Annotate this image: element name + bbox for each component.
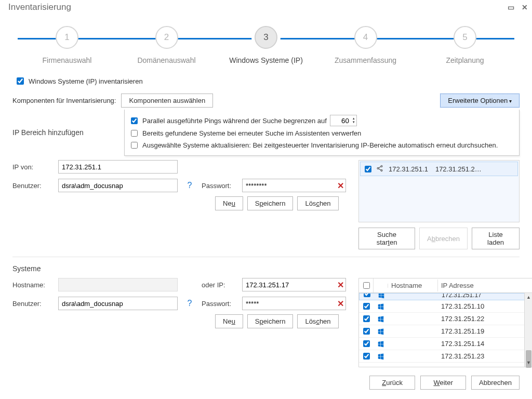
windows-icon bbox=[377, 303, 384, 310]
window-title: Inventarisierung bbox=[8, 2, 71, 12]
sys-pwd-label: Passwort: bbox=[202, 300, 238, 308]
col-hostname[interactable]: Hostname bbox=[388, 280, 438, 291]
systems-table-header: Hostname IP Adresse bbox=[359, 278, 532, 293]
table-row[interactable]: 172.31.251.22 bbox=[359, 313, 532, 325]
table-row[interactable]: 172.31.251.10 bbox=[359, 300, 532, 313]
ip-new-button[interactable]: Neu bbox=[215, 196, 243, 210]
scroll-down-icon[interactable]: ▼ bbox=[525, 358, 532, 367]
sys-delete-button[interactable]: Löschen bbox=[297, 314, 338, 328]
opt-discard-found-checkbox[interactable] bbox=[131, 130, 138, 137]
opt-refresh-selected-checkbox[interactable] bbox=[131, 142, 138, 149]
hostname-input bbox=[58, 278, 178, 291]
table-row[interactable]: 172.31.251.23 bbox=[359, 350, 532, 363]
search-cancel-button: Abbrechen bbox=[419, 228, 468, 249]
row-ip: 172.31.251.14 bbox=[438, 339, 532, 349]
cancel-button[interactable]: Abbrechen bbox=[471, 376, 520, 390]
ip-range-row[interactable]: 172.31.251.1 172.31.251.2… bbox=[360, 162, 518, 176]
windows-icon bbox=[377, 353, 384, 360]
row-ip: 172.31.251.17 bbox=[438, 293, 532, 300]
step-2[interactable]: 2 Domänenauswahl bbox=[117, 26, 216, 64]
row-ip: 172.31.251.10 bbox=[438, 301, 532, 311]
svg-point-2 bbox=[381, 169, 382, 171]
advanced-options-panel: Parallel ausgeführte Pings während der S… bbox=[124, 110, 520, 156]
close-icon[interactable]: ✕ bbox=[522, 3, 528, 11]
inventory-windows-checkbox[interactable] bbox=[17, 77, 24, 85]
search-start-button[interactable]: Suche starten bbox=[358, 228, 415, 249]
maximize-icon[interactable]: ▭ bbox=[508, 3, 514, 11]
svg-point-1 bbox=[377, 167, 379, 169]
svg-point-0 bbox=[381, 165, 382, 167]
row-checkbox[interactable] bbox=[363, 315, 370, 322]
ip-pwd-input[interactable] bbox=[242, 179, 346, 192]
scroll-up-icon[interactable]: ▲ bbox=[525, 293, 532, 301]
divider bbox=[12, 257, 520, 257]
vertical-scrollbar[interactable]: ▲ ▼ bbox=[524, 293, 532, 367]
row-checkbox[interactable] bbox=[363, 353, 370, 360]
sys-save-button[interactable]: Speichern bbox=[247, 314, 294, 328]
systems-table: Hostname IP Adresse 172.31.251.17172.31.… bbox=[358, 278, 532, 367]
opt-ping-limit-checkbox[interactable] bbox=[131, 117, 138, 124]
opt-refresh-selected-label: Ausgewählte Systeme aktualisieren: Bei z… bbox=[142, 141, 498, 149]
clear-icon[interactable]: ✕ bbox=[337, 299, 344, 309]
load-list-button[interactable]: Liste laden bbox=[472, 228, 520, 249]
row-hostname bbox=[388, 343, 438, 345]
row-hostname bbox=[388, 355, 438, 357]
next-button[interactable]: Weiter bbox=[420, 376, 466, 390]
col-ip[interactable]: IP Adresse bbox=[438, 280, 532, 291]
ip-delete-button[interactable]: Löschen bbox=[297, 196, 338, 210]
components-label: Komponenten für Inventarisierung: bbox=[12, 97, 116, 104]
ip-pwd-label: Passwort: bbox=[202, 182, 238, 190]
step-5[interactable]: 5 Zeitplanung bbox=[416, 26, 514, 64]
row-checkbox[interactable] bbox=[363, 303, 370, 310]
share-icon bbox=[376, 165, 383, 174]
table-row[interactable]: 172.31.251.19 bbox=[359, 325, 532, 338]
help-icon[interactable]: ? bbox=[182, 299, 197, 308]
svg-line-4 bbox=[379, 168, 381, 170]
inventory-windows-checkbox-row: Windows Systeme (IP) inventarisieren bbox=[15, 76, 520, 86]
opt-ping-limit-label: Parallel ausgeführte Pings während der S… bbox=[142, 117, 327, 125]
table-row[interactable]: 172.31.251.14 bbox=[359, 338, 532, 350]
advanced-options-button[interactable]: Erweiterte Optionen bbox=[440, 94, 520, 108]
ip-from-label: IP von: bbox=[12, 163, 54, 171]
ip-range-checkbox[interactable] bbox=[365, 166, 371, 172]
clear-icon[interactable]: ✕ bbox=[337, 181, 344, 191]
opt-ping-limit-spinner[interactable]: ▲▼ bbox=[330, 115, 357, 126]
row-ip: 172.31.251.23 bbox=[438, 351, 532, 361]
systems-section-label: Systeme bbox=[12, 264, 520, 273]
ip-range-section-label: IP Bereich hinzufügen bbox=[12, 128, 84, 137]
clear-icon[interactable]: ✕ bbox=[337, 280, 344, 290]
titlebar: Inventarisierung ▭ ✕ bbox=[0, 0, 532, 15]
row-ip: 172.31.251.19 bbox=[438, 326, 532, 336]
opt-ping-limit-value[interactable] bbox=[330, 115, 351, 126]
row-checkbox[interactable] bbox=[363, 340, 370, 347]
ip-save-button[interactable]: Speichern bbox=[247, 196, 294, 210]
windows-icon bbox=[378, 293, 385, 299]
spinner-arrows[interactable]: ▲▼ bbox=[351, 117, 356, 124]
or-ip-input[interactable] bbox=[242, 278, 346, 291]
components-row: Komponenten für Inventarisierung: Kompon… bbox=[12, 94, 520, 108]
help-icon[interactable]: ? bbox=[182, 181, 197, 190]
hostname-label: Hostname: bbox=[12, 281, 54, 289]
sys-user-input[interactable] bbox=[58, 297, 178, 310]
stepper: 1 Firmenauswahl 2 Domänenauswahl 3 Windo… bbox=[0, 15, 532, 69]
step-4[interactable]: 4 Zusammenfassung bbox=[316, 26, 415, 64]
step-3[interactable]: 3 Windows Systeme (IP) bbox=[217, 26, 315, 64]
ip-from-input[interactable] bbox=[58, 160, 178, 174]
step-1[interactable]: 1 Firmenauswahl bbox=[18, 26, 116, 64]
sys-new-button[interactable]: Neu bbox=[215, 314, 243, 328]
ip-user-input[interactable] bbox=[58, 179, 178, 192]
windows-icon bbox=[377, 315, 384, 323]
ip-range-to: 172.31.251.2… bbox=[433, 164, 484, 174]
sys-pwd-input[interactable] bbox=[242, 297, 346, 310]
or-ip-label: oder IP: bbox=[202, 281, 238, 289]
select-components-button[interactable]: Komponenten auswählen bbox=[121, 94, 213, 108]
row-hostname bbox=[389, 298, 438, 300]
back-button[interactable]: Zurück bbox=[369, 376, 415, 390]
windows-icon bbox=[377, 340, 384, 348]
row-ip: 172.31.251.22 bbox=[438, 314, 532, 324]
sys-user-label: Benutzer: bbox=[12, 300, 54, 308]
table-row[interactable]: 172.31.251.17 bbox=[359, 293, 532, 300]
row-checkbox[interactable] bbox=[363, 328, 370, 335]
row-checkbox[interactable] bbox=[364, 293, 370, 297]
select-all-checkbox[interactable] bbox=[363, 282, 370, 289]
